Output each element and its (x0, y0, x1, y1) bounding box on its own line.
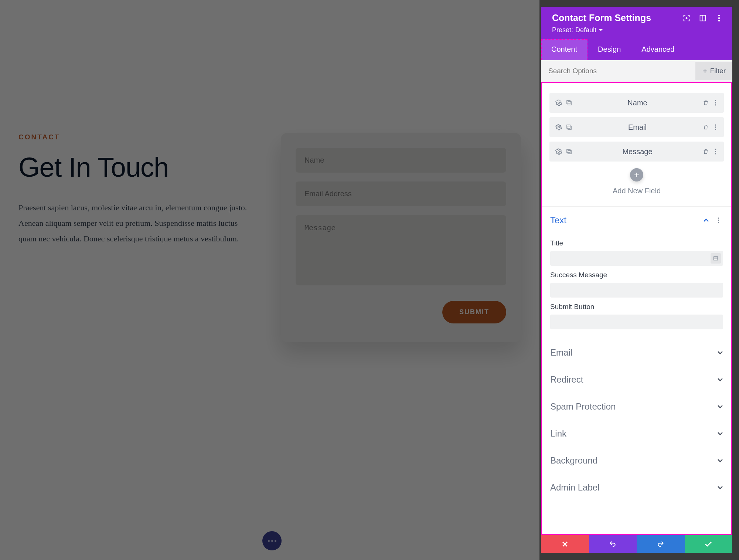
chevron-down-icon (717, 486, 723, 489)
duplicate-icon[interactable] (564, 122, 574, 133)
chevron-up-icon (703, 218, 709, 222)
search-input[interactable] (541, 60, 695, 82)
chevron-down-icon (717, 378, 723, 381)
field-label: Message (574, 147, 701, 156)
field-label: Name (574, 99, 701, 107)
svg-point-8 (558, 102, 560, 104)
section-link-header[interactable]: Link (542, 420, 731, 447)
message-field[interactable] (296, 215, 506, 285)
svg-point-28 (718, 222, 719, 223)
check-icon (705, 541, 712, 547)
preset-label: Preset: (552, 26, 573, 34)
svg-rect-22 (567, 149, 570, 153)
svg-rect-21 (568, 150, 571, 154)
more-icon[interactable] (711, 122, 720, 133)
title-label: Title (550, 239, 723, 247)
section-redirect-header[interactable]: Redirect (542, 366, 731, 393)
svg-rect-15 (568, 126, 571, 129)
undo-button[interactable] (589, 535, 637, 553)
svg-point-27 (718, 220, 719, 221)
add-field-label: Add New Field (549, 187, 724, 195)
more-icon[interactable] (711, 146, 720, 157)
chevron-down-icon (717, 432, 723, 435)
section-spam-header[interactable]: Spam Protection (542, 393, 731, 420)
field-row-email[interactable]: Email (549, 117, 724, 137)
svg-rect-16 (567, 125, 570, 128)
layout-icon[interactable] (698, 13, 708, 23)
duplicate-icon[interactable] (564, 97, 574, 108)
svg-point-20 (558, 151, 560, 153)
contact-form-card: SUBMIT (281, 133, 521, 342)
svg-point-23 (715, 149, 716, 150)
panel-body[interactable]: Name Email Message + Add New Field (541, 82, 732, 535)
submit-btn-label: Submit Button (550, 303, 723, 311)
section-redirect: Redirect (542, 366, 731, 393)
svg-point-26 (718, 218, 719, 219)
add-field-area: + Add New Field (549, 166, 724, 203)
panel-header: Contact Form Settings Preset: Default (541, 7, 732, 39)
dynamic-content-icon[interactable] (711, 253, 721, 264)
section-email-header[interactable]: Email (542, 339, 731, 366)
submit-button[interactable]: SUBMIT (442, 301, 506, 323)
panel-title: Contact Form Settings (552, 13, 675, 23)
contact-eyebrow: CONTACT (18, 133, 259, 141)
contact-heading: Get In Touch (18, 152, 259, 183)
svg-rect-10 (567, 101, 570, 104)
title-input[interactable] (550, 251, 723, 266)
gear-icon[interactable] (553, 146, 564, 157)
field-row-name[interactable]: Name (549, 93, 724, 113)
more-icon[interactable] (711, 97, 720, 108)
svg-point-17 (715, 125, 716, 126)
focus-icon[interactable] (681, 13, 692, 23)
field-row-message[interactable]: Message (549, 142, 724, 162)
duplicate-icon[interactable] (564, 146, 574, 157)
gear-icon[interactable] (553, 122, 564, 133)
more-icon[interactable] (714, 215, 723, 226)
success-label: Success Message (550, 271, 723, 279)
preset-select[interactable]: Preset: Default (552, 26, 724, 34)
svg-point-3 (718, 14, 720, 16)
svg-point-4 (718, 17, 720, 18)
svg-point-18 (715, 126, 716, 128)
contact-body: Praesent sapien lacus, molestie vitae ar… (18, 200, 255, 246)
chevron-down-icon (717, 459, 723, 462)
page-preview: CONTACT Get In Touch Praesent sapien lac… (0, 0, 539, 560)
section-background-header[interactable]: Background (542, 447, 731, 474)
cancel-button[interactable] (541, 535, 589, 553)
tab-advanced[interactable]: Advanced (631, 39, 685, 60)
save-button[interactable] (685, 535, 733, 553)
redo-icon (657, 540, 664, 548)
section-title: Redirect (550, 374, 717, 385)
email-field[interactable] (296, 181, 506, 206)
filter-button[interactable]: Filter (695, 62, 732, 80)
section-link: Link (542, 420, 731, 447)
name-field[interactable] (296, 148, 506, 173)
svg-point-14 (558, 126, 560, 128)
success-input[interactable] (550, 283, 723, 298)
svg-point-11 (715, 100, 716, 101)
chevron-down-icon (599, 29, 603, 32)
trash-icon[interactable] (701, 146, 711, 157)
trash-icon[interactable] (701, 122, 711, 133)
contact-copy: CONTACT Get In Touch Praesent sapien lac… (18, 133, 259, 342)
tab-design[interactable]: Design (588, 39, 631, 60)
trash-icon[interactable] (701, 97, 711, 108)
settings-panel: Contact Form Settings Preset: Default Co… (541, 7, 732, 553)
chevron-down-icon (717, 405, 723, 408)
plus-icon (702, 68, 708, 74)
redo-button[interactable] (637, 535, 685, 553)
chevron-down-icon (717, 351, 723, 354)
add-field-button[interactable]: + (630, 168, 643, 181)
close-icon (562, 541, 568, 547)
page-fab[interactable] (262, 531, 282, 550)
section-text-header[interactable]: Text (542, 207, 731, 234)
submit-btn-input[interactable] (550, 315, 723, 329)
gear-icon[interactable] (553, 97, 564, 108)
more-icon[interactable] (714, 13, 724, 23)
filter-label: Filter (710, 67, 726, 75)
section-title: Text (550, 215, 703, 225)
undo-icon (609, 540, 616, 548)
svg-point-12 (715, 102, 716, 103)
tab-content[interactable]: Content (541, 39, 588, 60)
section-admin-header[interactable]: Admin Label (542, 474, 731, 501)
